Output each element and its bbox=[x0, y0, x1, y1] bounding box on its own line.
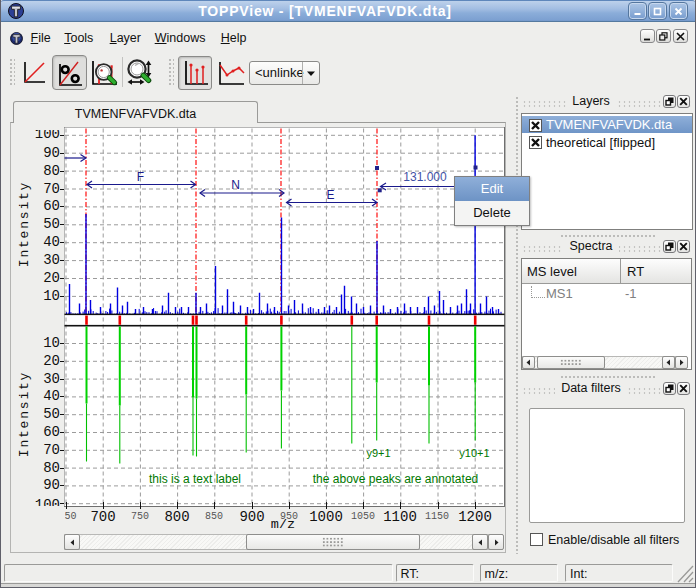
svg-text:N: N bbox=[231, 177, 240, 191]
svg-text:y10+1: y10+1 bbox=[459, 446, 489, 458]
svg-text:E: E bbox=[326, 187, 334, 201]
svg-text:131.000: 131.000 bbox=[403, 169, 447, 183]
svg-text:the above peaks are annotated: the above peaks are annotated bbox=[312, 471, 477, 485]
svg-text:this is a text label: this is a text label bbox=[148, 471, 240, 485]
svg-text:F: F bbox=[136, 169, 143, 183]
svg-text:y9+1: y9+1 bbox=[366, 446, 390, 458]
